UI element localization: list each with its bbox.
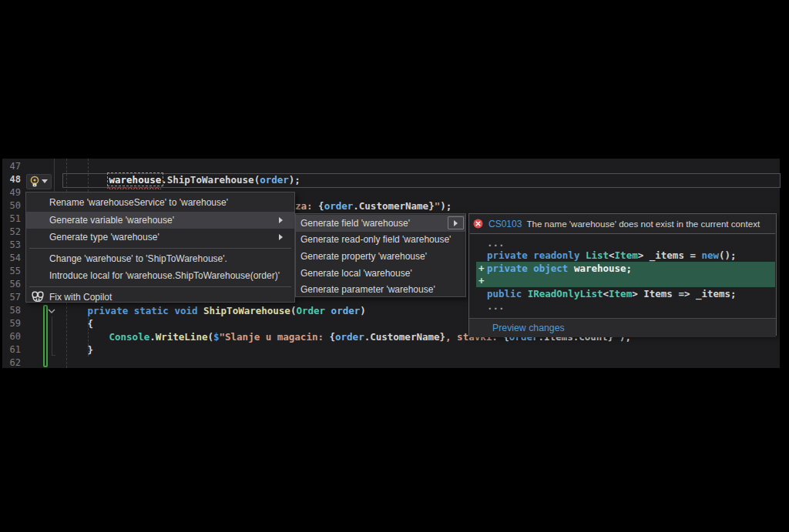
diff-plus-sign: + <box>478 262 485 275</box>
code-token <box>325 304 331 317</box>
code-token: List <box>586 249 609 261</box>
line-number: 55 <box>2 265 21 278</box>
preview-footer: Preview changes <box>469 318 776 337</box>
line-number: 48 <box>2 173 21 186</box>
change-tracking-bar <box>43 305 48 367</box>
preview-code-block: ...private readonly List<Item> _items = … <box>469 234 776 318</box>
screen-background: 47484950515253545556575859606162 warehou… <box>0 0 789 532</box>
generate-variable-submenu: Generate field 'warehouse'Generate read-… <box>295 213 466 297</box>
code-token: order <box>335 330 364 343</box>
error-message: The name 'warehouse' does not exist in t… <box>526 219 760 229</box>
code-token: za: <box>295 199 318 212</box>
code-token: { <box>88 317 94 330</box>
menu-item-label: Rename 'warehouseService' to 'warehouse' <box>49 197 294 208</box>
quick-actions-button[interactable] <box>26 174 52 189</box>
menu-item[interactable]: Introduce local for 'warehouse.ShipToWar… <box>26 267 294 285</box>
code-token: (); <box>719 249 737 261</box>
code-token: order <box>260 173 289 186</box>
preview-line-text: ... <box>469 299 505 313</box>
code-token: < <box>609 249 615 261</box>
code-token: private object <box>487 263 574 274</box>
lightbulb-icon <box>29 176 40 187</box>
preview-added-line: + <box>476 275 775 288</box>
diff-plus-sign: + <box>478 274 485 287</box>
menu-item-label: Fix with Copilot <box>49 292 294 303</box>
preview-code-line: ... <box>469 236 776 249</box>
code-token: private static void <box>88 304 204 317</box>
menu-item-label: Introduce local for 'warehouse.ShipToWar… <box>49 270 294 281</box>
code-token: ( <box>290 304 297 317</box>
line-number: 50 <box>2 199 21 212</box>
line-number: 62 <box>2 356 21 370</box>
code-token: ); <box>289 173 300 186</box>
menu-item-label: Generate parameter 'warehouse' <box>300 284 465 295</box>
line-number: 60 <box>2 330 21 343</box>
menu-item-icon-column <box>26 291 49 303</box>
line-number: 59 <box>2 317 21 330</box>
code-token: ... <box>487 300 505 312</box>
menu-item[interactable]: Generate local 'warehouse' <box>296 265 465 282</box>
code-token: .ShipToWarehouse( <box>161 173 260 186</box>
error-preview-tooltip: CS0103 The name 'warehouse' does not exi… <box>468 213 777 336</box>
error-icon <box>473 219 483 229</box>
code-token: Console <box>109 330 150 343</box>
line-number: 47 <box>2 160 21 173</box>
code-token: new <box>701 249 719 261</box>
preview-line-text: private object warehouse; <box>476 262 632 275</box>
code-token: Item <box>615 249 638 261</box>
code-token: Items => _items; <box>643 288 736 299</box>
submenu-arrow-icon <box>279 234 283 240</box>
menu-item-label: Generate type 'warehouse' <box>49 232 279 243</box>
preview-header: CS0103 The name 'warehouse' does not exi… <box>469 214 776 233</box>
code-token: order <box>331 304 361 317</box>
line-number: 51 <box>2 212 21 226</box>
menu-item[interactable]: Change 'warehouse' to 'ShipToWarehouse'. <box>26 250 294 268</box>
preview-code-line: private readonly List<Item> _items = new… <box>469 249 776 263</box>
line-number: 54 <box>2 252 21 265</box>
code-line-59: { <box>88 317 94 330</box>
code-line-50: za: {order.CustomerName}"); <box>295 199 452 212</box>
menu-item[interactable]: Generate variable 'warehouse' <box>26 212 294 229</box>
preview-line-text: private readonly List<Item> _items = new… <box>469 249 737 262</box>
line-number: 61 <box>2 343 21 356</box>
line-number: 56 <box>2 278 21 291</box>
code-token: Item <box>609 288 632 299</box>
menu-item[interactable]: Fix with Copilot <box>26 289 294 306</box>
lightbulb-dropdown-icon <box>42 179 48 183</box>
code-token: warehouse; <box>574 263 632 274</box>
code-line-61: } <box>88 343 94 356</box>
collapse-chevron-icon[interactable] <box>47 307 56 315</box>
menu-separator <box>29 248 291 249</box>
line-number: 58 <box>2 304 21 317</box>
code-token: _items = <box>650 249 702 261</box>
code-token: private readonly <box>487 249 586 261</box>
code-token: $ <box>213 330 220 343</box>
menu-item[interactable]: Generate parameter 'warehouse' <box>296 281 465 298</box>
code-token: ) <box>360 304 366 317</box>
menu-item-label: Generate property 'warehouse' <box>300 251 465 262</box>
code-token: IReadOnlyList <box>528 288 603 299</box>
quick-actions-menu: Rename 'warehouseService' to 'warehouse'… <box>25 192 295 303</box>
code-token: < <box>603 288 609 299</box>
line-number: 53 <box>2 239 21 252</box>
menu-item[interactable]: Generate read-only field 'warehouse' <box>296 232 465 249</box>
submenu-arrow-icon <box>279 217 283 223</box>
code-token: { <box>318 199 324 212</box>
outline-margin-line <box>54 159 55 192</box>
preview-changes-link[interactable]: Preview changes <box>492 323 565 333</box>
menu-item[interactable]: Rename 'warehouseService' to 'warehouse' <box>26 194 294 212</box>
preview-added-line: +private object warehouse; <box>476 262 775 275</box>
menu-separator <box>29 286 291 287</box>
menu-item[interactable]: Generate type 'warehouse' <box>26 229 294 246</box>
code-token: .CustomerName <box>353 199 428 212</box>
outline-block-end-tick <box>52 355 55 356</box>
preview-line-text: ... <box>469 236 505 249</box>
code-token: .CustomerName <box>364 330 440 343</box>
menu-item[interactable]: Generate field 'warehouse' <box>296 215 465 232</box>
code-token: warehouse <box>109 173 162 186</box>
menu-item[interactable]: Generate property 'warehouse' <box>296 248 465 265</box>
line-number: 57 <box>2 291 21 304</box>
code-token: } <box>88 343 94 356</box>
preview-line-text: public IReadOnlyList<Item> Items => _ite… <box>469 287 737 300</box>
submenu-expander-focus[interactable] <box>448 216 464 229</box>
